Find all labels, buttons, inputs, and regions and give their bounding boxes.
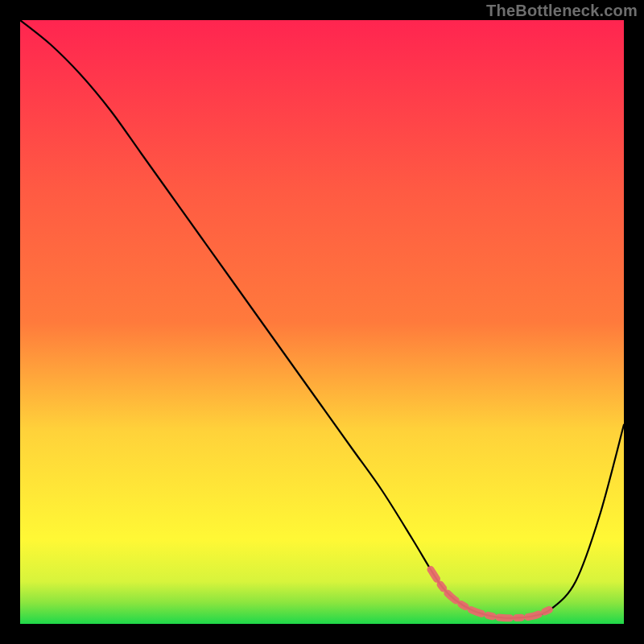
chart-svg [20, 20, 624, 624]
plot-area [20, 20, 624, 624]
chart-container: TheBottleneck.com [0, 0, 644, 644]
watermark-text: TheBottleneck.com [486, 2, 638, 20]
